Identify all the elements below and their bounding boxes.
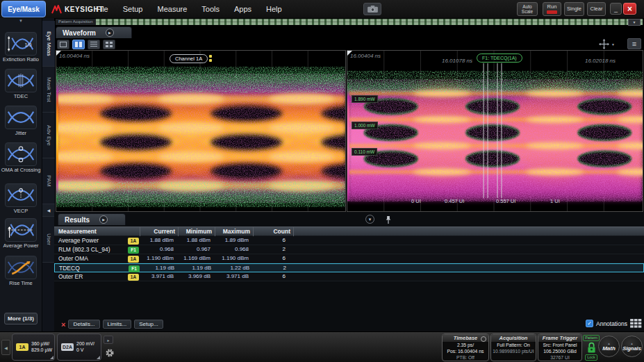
channel-card-d2a[interactable]: D2A 200 mV/ 0 V [57, 334, 101, 361]
play-icon[interactable]: ▶ [99, 215, 108, 224]
marker1-time: 16.01078 ns [442, 58, 472, 64]
gear-icon [105, 348, 115, 358]
panel-timestamp: 16.00404 ns [59, 53, 90, 59]
tab-adv-eye[interactable]: Adv Eye [42, 113, 55, 158]
layout-split-button[interactable] [72, 40, 85, 49]
single-button[interactable]: Single [564, 2, 584, 16]
marker2-time: 16.02018 ns [585, 58, 616, 64]
table-row-outer-er[interactable]: Outer ER 1A 3.971 dB 3.969 dB 3.971 dB 6 [54, 272, 644, 281]
annotations-checkbox[interactable]: ✓ [586, 320, 593, 327]
display-menu-button[interactable]: ≡ [627, 38, 641, 49]
delete-measurement-icon[interactable]: × [61, 320, 65, 329]
setup-button[interactable]: Setup... [134, 320, 163, 329]
play-icon[interactable]: ▶ [106, 28, 114, 37]
sidebar-item-tdec[interactable]: TDEC [0, 69, 42, 99]
menu-file[interactable]: File [96, 5, 108, 13]
acquisition-panel[interactable]: Acquisition Full Pattern: On 10.98998910… [490, 334, 536, 361]
sidebar-item-oma-at-crossing[interactable]: OMA at Crossing [0, 142, 42, 173]
menu-tools[interactable]: Tools [201, 5, 220, 13]
screenshot-button[interactable] [363, 3, 381, 15]
tab-eye-meas[interactable]: Eye Meas [42, 21, 55, 67]
tab-waveform[interactable]: Waveform ▶ [56, 26, 132, 38]
pattern-acquisition-strip[interactable] [56, 19, 643, 25]
channel-badge[interactable]: Channel 1A [170, 54, 208, 63]
timebase-panel[interactable]: Timebase 2.35 ps/ Pos: 16.00404 ns PTB: … [442, 334, 489, 361]
timebase-title: Timebase [443, 334, 488, 342]
pattern-acquisition-label: Pattern Acquisition [56, 19, 96, 25]
sidebar-item-average-power[interactable]: Average Power [0, 218, 42, 249]
pan-dropdown-icon[interactable]: ▼ [611, 42, 615, 47]
marker-dot-icon [209, 59, 212, 62]
table-row-rlm[interactable]: RLM (802.3 CL_94) F1 0.968 0.967 0.968 2 [54, 245, 644, 254]
clear-button[interactable]: Clear [587, 2, 606, 16]
pam4-eye-diagram [56, 51, 345, 211]
eye-diagram-panel-tdecq[interactable]: 16.00404 ns 16.01078 ns F1: TDECQ(1A) 16… [347, 50, 643, 212]
run-stop-button[interactable]: Run [543, 2, 561, 16]
limits-button[interactable]: Limits... [103, 320, 132, 329]
tab-mask-test[interactable]: Mask Test [42, 67, 55, 113]
sidebar-item-vecp[interactable]: VECP [0, 183, 42, 214]
panel-collapse-button[interactable]: ◀ [1, 340, 10, 355]
eye-diagram-panel-channel1a[interactable]: 16.00404 ns Channel 1A [56, 50, 346, 212]
sidebar-item-extinction-ratio[interactable]: 1/0 Extinction Ratio [0, 32, 42, 63]
pan-tool-button[interactable]: ▼ [599, 39, 620, 49]
extinction-ratio-icon: 1/0 [7, 35, 35, 53]
lock-icon [586, 342, 597, 354]
results-footer: × Details... Limits... Setup... ✓ Annota… [54, 318, 644, 330]
source-badge: F1 [128, 247, 139, 254]
table-row-tdecq-selected[interactable]: TDECQ F1 1.19 dB 1.19 dB 1.22 dB 2 [54, 263, 644, 272]
layout-toolbar [57, 40, 115, 49]
tab-user[interactable]: User [42, 217, 55, 263]
tdecq-eye-diagram [347, 51, 643, 211]
menu-setup[interactable]: Setup [123, 5, 143, 13]
source-badge: 1A [128, 274, 139, 281]
details-button[interactable]: Details... [68, 320, 99, 329]
menu-apps[interactable]: Apps [234, 5, 251, 13]
function-badge[interactable]: F1: TDECQ(1A) [477, 54, 522, 63]
close-button[interactable]: × [623, 3, 636, 15]
timebase-info-icon[interactable] [481, 336, 486, 342]
panel-timestamp: 16.00404 ns [350, 53, 381, 59]
frame-trigger-panel[interactable]: Frame Trigger Src: Front Panel 106.25000… [538, 334, 582, 361]
sidebar-item-rise-time[interactable]: Rise Time [0, 256, 42, 286]
signals-button[interactable]: ▲ Signals [621, 336, 643, 357]
menu-measure[interactable]: Measure [157, 5, 187, 13]
math-button[interactable]: ▲ Math [598, 336, 620, 357]
status-bar: ◀ 1A 360 µW/ 829.0 µW D2A 200 mV/ 0 V ▸ … [0, 331, 644, 362]
ui-axis-label: 1 UI [550, 198, 560, 204]
sidebar-item-jitter[interactable]: Jitter [0, 106, 42, 136]
minimize-button[interactable]: _ [610, 3, 622, 15]
threshold-label: 1.000 mW [352, 122, 378, 129]
marker-dot-icon [209, 55, 212, 58]
sidebar-collapse-chevron-icon[interactable]: ◀ [42, 204, 55, 217]
mode-dropdown-chevron-icon[interactable]: ▼ [0, 19, 42, 24]
vecp-icon [7, 186, 35, 204]
table-row-average-power[interactable]: Average Power 1A 1.88 dBm 1.88 dBm 1.89 … [54, 236, 644, 245]
results-table-header: Measurement Current Minimum Maximum Coun… [54, 227, 644, 236]
annotation-grid-icon[interactable] [630, 319, 642, 328]
layout-single-button[interactable] [57, 40, 69, 49]
tab-results[interactable]: Results ▶ [58, 213, 126, 225]
auto-scale-button[interactable]: Auto Scale [517, 2, 538, 16]
more-measurements-button[interactable]: More (1/3) [4, 313, 38, 324]
oma-at-crossing-icon [7, 145, 35, 163]
collapse-results-icon[interactable]: ▾ [365, 215, 374, 224]
pattern-strip-dropdown[interactable]: ▼ [628, 19, 641, 26]
tab-pam[interactable]: PAM [42, 158, 55, 204]
threshold-label: 0.110 mW [352, 148, 377, 156]
menu-help[interactable]: Help [266, 5, 282, 13]
pin-icon[interactable] [385, 215, 392, 227]
mode-selector-button[interactable]: Eye/Mask [1, 1, 46, 17]
layout-rows-button[interactable] [88, 40, 100, 49]
rise-time-icon [7, 258, 35, 277]
layout-grid-button[interactable] [103, 40, 115, 49]
channel-card-1a[interactable]: 1A 360 µW/ 829.0 µW [12, 334, 55, 361]
table-row-outer-oma[interactable]: Outer OMA 1A 1.190 dBm 1.169 dBm 1.190 d… [54, 254, 644, 263]
threshold-label: 1.890 mW [352, 95, 378, 103]
channel-expand-button[interactable]: ▸ [104, 336, 113, 344]
run-active-indicator [547, 10, 557, 14]
channel-settings-button[interactable] [104, 347, 116, 359]
average-power-icon [7, 221, 35, 239]
source-badge: 1A [128, 256, 139, 263]
pattern-lock-indicator: Pattern Lock [583, 333, 600, 362]
